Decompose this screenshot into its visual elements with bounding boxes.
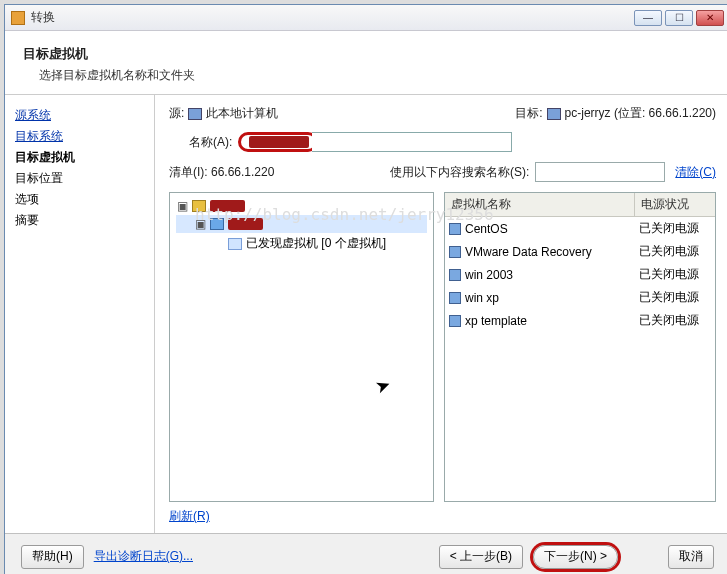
vm-list-pane: 虚拟机名称 电源状况 CentOS 已关闭电源 VMware Data Reco…	[444, 192, 716, 502]
step-dest-vm: 目标虚拟机	[15, 149, 144, 166]
inventory-tree[interactable]: ▣ ▣ 已发现虚拟机 [0 个虚拟机]	[169, 192, 434, 502]
vm-list-body: CentOS 已关闭电源 VMware Data Recovery 已关闭电源 …	[445, 217, 715, 332]
wizard-main: 源: 此本地计算机 目标: pc-jerryz (位置: 66.66.1.220…	[155, 95, 727, 533]
tree-vm-folder-label: 已发现虚拟机 [0 个虚拟机]	[246, 235, 386, 252]
wizard-header: 目标虚拟机 选择目标虚拟机名称和文件夹	[5, 31, 727, 95]
back-button[interactable]: < 上一步(B)	[439, 545, 523, 569]
window-title: 转换	[31, 9, 634, 26]
vm-icon	[449, 292, 461, 304]
step-dest-system[interactable]: 目标系统	[15, 128, 144, 145]
wizard-steps: 源系统 目标系统 目标虚拟机 目标位置 选项 摘要	[5, 95, 155, 533]
folder-icon	[228, 238, 242, 250]
redacted-host	[210, 200, 245, 212]
dest-value: pc-jerryz (位置: 66.66.1.220)	[565, 105, 716, 122]
name-highlight	[238, 132, 318, 152]
dest-label: 目标:	[515, 105, 542, 122]
wizard-footer: 帮助(H) 导出诊断日志(G)... < 上一步(B) 下一步(N) > 取消	[5, 533, 727, 574]
refresh-link[interactable]: 刷新(R)	[169, 508, 210, 525]
maximize-button[interactable]: ☐	[665, 10, 693, 26]
name-row: 名称(A):	[189, 132, 716, 152]
window-buttons: — ☐ ✕	[634, 10, 724, 26]
wizard-window: 转换 — ☐ ✕ 目标虚拟机 选择目标虚拟机名称和文件夹 源系统 目标系统 目标…	[4, 4, 727, 574]
vm-icon	[449, 223, 461, 235]
vm-row[interactable]: xp template 已关闭电源	[445, 309, 715, 332]
leaf-icon	[212, 237, 224, 251]
vm-name: win 2003	[465, 268, 513, 282]
col-vm-name[interactable]: 虚拟机名称	[445, 193, 635, 216]
vm-row[interactable]: win xp 已关闭电源	[445, 286, 715, 309]
clear-link[interactable]: 清除(C)	[675, 164, 716, 181]
vm-row[interactable]: VMware Data Recovery 已关闭电源	[445, 240, 715, 263]
export-log-link[interactable]: 导出诊断日志(G)...	[94, 548, 193, 565]
vm-row[interactable]: CentOS 已关闭电源	[445, 217, 715, 240]
col-power-state[interactable]: 电源状况	[635, 193, 715, 216]
name-label: 名称(A):	[189, 134, 232, 151]
cursor-icon: ➤	[372, 373, 394, 399]
collapse-icon[interactable]: ▣	[176, 199, 188, 213]
page-title: 目标虚拟机	[23, 45, 712, 63]
search-label: 使用以下内容搜索名称(S):	[390, 164, 529, 181]
minimize-button[interactable]: —	[634, 10, 662, 26]
app-icon	[11, 11, 25, 25]
help-button[interactable]: 帮助(H)	[21, 545, 84, 569]
vm-icon	[449, 269, 461, 281]
vm-power: 已关闭电源	[635, 288, 715, 307]
vm-power: 已关闭电源	[635, 265, 715, 284]
vm-power: 已关闭电源	[635, 242, 715, 261]
vm-icon	[449, 246, 461, 258]
vm-list-header: 虚拟机名称 电源状况	[445, 193, 715, 217]
wizard-body: 源系统 目标系统 目标虚拟机 目标位置 选项 摘要 源: 此本地计算机 目标: …	[5, 95, 727, 533]
computer-icon	[188, 108, 202, 120]
server-icon	[547, 108, 561, 120]
vm-name: VMware Data Recovery	[465, 245, 592, 259]
src-dest-row: 源: 此本地计算机 目标: pc-jerryz (位置: 66.66.1.220…	[169, 105, 716, 122]
close-button[interactable]: ✕	[696, 10, 724, 26]
tree-datacenter[interactable]: ▣	[176, 215, 427, 233]
step-options: 选项	[15, 191, 144, 208]
vm-icon	[449, 315, 461, 327]
search-input[interactable]	[535, 162, 665, 182]
vm-name: xp template	[465, 314, 527, 328]
vcenter-icon	[192, 200, 206, 212]
name-input[interactable]	[312, 132, 512, 152]
titlebar: 转换 — ☐ ✕	[5, 5, 727, 31]
cancel-button[interactable]: 取消	[668, 545, 714, 569]
tree-root[interactable]: ▣	[176, 197, 427, 215]
tree-vm-folder[interactable]: 已发现虚拟机 [0 个虚拟机]	[176, 233, 427, 254]
inventory-label: 清单(I): 66.66.1.220	[169, 164, 274, 181]
vm-row[interactable]: win 2003 已关闭电源	[445, 263, 715, 286]
redacted-datacenter	[228, 218, 263, 230]
datacenter-icon	[210, 218, 224, 230]
collapse-icon[interactable]: ▣	[194, 217, 206, 231]
content-panes: ▣ ▣ 已发现虚拟机 [0 个虚拟机]	[169, 192, 716, 502]
redacted-name	[249, 136, 309, 148]
step-dest-location: 目标位置	[15, 170, 144, 187]
page-subtitle: 选择目标虚拟机名称和文件夹	[39, 67, 712, 84]
list-search-row: 清单(I): 66.66.1.220 使用以下内容搜索名称(S): 清除(C)	[169, 162, 716, 182]
vm-name: win xp	[465, 291, 499, 305]
step-source-system[interactable]: 源系统	[15, 107, 144, 124]
source-label: 源:	[169, 105, 184, 122]
vm-power: 已关闭电源	[635, 311, 715, 330]
vm-power: 已关闭电源	[635, 219, 715, 238]
vm-name: CentOS	[465, 222, 508, 236]
next-button[interactable]: 下一步(N) >	[533, 545, 618, 569]
source-value: 此本地计算机	[206, 105, 278, 122]
step-summary: 摘要	[15, 212, 144, 229]
